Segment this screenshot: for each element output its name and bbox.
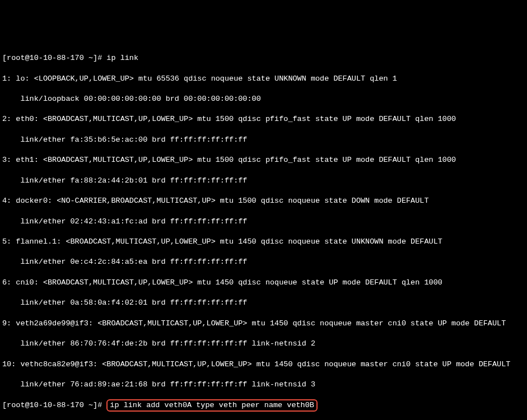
terminal-line: [root@10-10-88-170 ~]# ip link add veth0… bbox=[2, 400, 525, 410]
command-text: ip link bbox=[106, 54, 138, 62]
terminal-line: 10: vethc8ca82e9@if3: <BROADCAST,MULTICA… bbox=[2, 360, 525, 370]
shell-prompt: [root@10-10-88-170 ~]# bbox=[2, 54, 106, 62]
highlighted-command: ip link add veth0A type veth peer name v… bbox=[106, 399, 318, 412]
terminal-line: link/ether 0a:58:0a:f4:02:01 brd ff:ff:f… bbox=[2, 298, 525, 308]
terminal-line: 6: cni0: <BROADCAST,MULTICAST,UP,LOWER_U… bbox=[2, 278, 525, 288]
terminal-line: link/ether 0e:c4:2c:84:a5:ea brd ff:ff:f… bbox=[2, 257, 525, 267]
terminal-line: 5: flannel.1: <BROADCAST,MULTICAST,UP,LO… bbox=[2, 237, 525, 247]
terminal-line: [root@10-10-88-170 ~]# ip link bbox=[2, 53, 525, 63]
terminal-output[interactable]: [root@10-10-88-170 ~]# ip link 1: lo: <L… bbox=[2, 43, 525, 420]
terminal-line: link/ether 76:ad:89:ae:21:68 brd ff:ff:f… bbox=[2, 380, 525, 390]
terminal-line: link/ether fa:35:b6:5e:ac:00 brd ff:ff:f… bbox=[2, 135, 525, 145]
terminal-line: 1: lo: <LOOPBACK,UP,LOWER_UP> mtu 65536 … bbox=[2, 74, 525, 84]
terminal-line: link/ether fa:88:2a:44:2b:01 brd ff:ff:f… bbox=[2, 176, 525, 186]
terminal-line: 2: eth0: <BROADCAST,MULTICAST,UP,LOWER_U… bbox=[2, 114, 525, 124]
shell-prompt: [root@10-10-88-170 ~]# bbox=[2, 401, 106, 409]
terminal-line: 4: docker0: <NO-CARRIER,BROADCAST,MULTIC… bbox=[2, 196, 525, 206]
terminal-line: link/loopback 00:00:00:00:00:00 brd 00:0… bbox=[2, 94, 525, 104]
terminal-line: link/ether 86:70:76:4f:de:2b brd ff:ff:f… bbox=[2, 339, 525, 349]
terminal-line: link/ether 02:42:43:a1:fc:ad brd ff:ff:f… bbox=[2, 217, 525, 227]
terminal-line: 9: veth2a69de99@if3: <BROADCAST,MULTICAS… bbox=[2, 319, 525, 329]
terminal-line: 3: eth1: <BROADCAST,MULTICAST,UP,LOWER_U… bbox=[2, 155, 525, 165]
